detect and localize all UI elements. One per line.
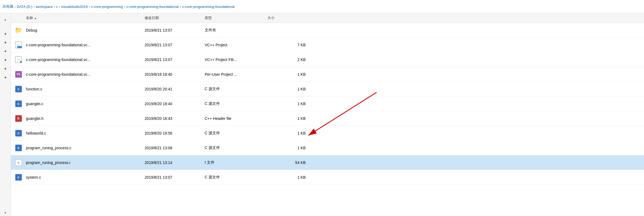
file-name: guanglei.h: [26, 116, 145, 121]
file-icon: 📄F: [15, 56, 22, 63]
scroll-up[interactable]: ▲: [3, 17, 8, 22]
breadcrumb-item-7[interactable]: c-core-programming-foundational: [182, 5, 234, 9]
table-row[interactable]: c guanglei.c 2019/8/20 18:40 C 源文件 1 KB: [11, 96, 644, 111]
file-icon: c: [15, 174, 22, 181]
col-header-type[interactable]: 类型: [205, 16, 267, 20]
file-date: 2019/8/21 13:07: [145, 175, 205, 180]
breadcrumb-item-1[interactable]: DATA (D:): [17, 5, 32, 9]
file-name: c-core-programming-foundational.vc...: [26, 43, 145, 47]
breadcrumb-item-6[interactable]: c-core-programming-foundational: [126, 5, 179, 9]
file-icon-cell: c: [11, 144, 26, 152]
scroll-pin-4[interactable]: ◆: [3, 57, 8, 62]
sep-3: ›: [59, 5, 60, 9]
file-list[interactable]: 📁 Debug 2019/8/21 13:07 文件夹 📄C++ c-core-…: [11, 23, 644, 185]
breadcrumb-item-2[interactable]: workspace: [36, 5, 53, 9]
file-type: C 源文件: [205, 175, 267, 180]
file-type: C 源文件: [205, 131, 267, 136]
vcxproj-icon: 📄C++: [15, 42, 22, 48]
sep-6: ›: [180, 5, 181, 9]
file-date: 2019/8/18 18:40: [145, 72, 205, 77]
file-date: 2019/8/21 13:07: [145, 43, 205, 47]
file-icon: VS: [15, 71, 22, 78]
file-date: 2019/8/21 13:07: [145, 28, 205, 32]
breadcrumb-item-3[interactable]: c: [56, 5, 58, 9]
scroll-pin-3[interactable]: ◆: [3, 48, 8, 54]
file-size: 54 KB: [267, 160, 311, 165]
file-size: 1 KB: [267, 146, 311, 150]
sln-icon: VS: [15, 71, 22, 78]
table-row[interactable]: 📁 Debug 2019/8/21 13:07 文件夹: [11, 23, 644, 38]
scroll-pin-6[interactable]: ◆: [3, 74, 8, 80]
file-size: 2 KB: [267, 57, 311, 62]
table-row[interactable]: 📄F c-core-programming-foundational.vc...…: [11, 52, 644, 67]
c-source-icon: c: [15, 145, 22, 151]
file-icon: c: [15, 129, 22, 137]
vcxproj-filters-icon: 📄F: [15, 56, 22, 63]
file-date: 2019/8/20 19:56: [145, 131, 205, 135]
file-icon: ≡: [15, 159, 22, 166]
scroll-down[interactable]: ▼: [3, 210, 8, 215]
column-headers: 名称 ▲ 修改日期 类型 大小: [11, 13, 644, 23]
file-icon-cell: c: [11, 100, 26, 108]
file-icon: 📁: [15, 26, 22, 34]
file-explorer: ▲ ◆ ◆ ◆ ◆ ◆ ◆ ▼ 名称 ▲ 修改日期 类型 大小 📁: [0, 13, 644, 216]
c-source-icon: c: [15, 174, 22, 181]
col-header-name[interactable]: 名称 ▲: [11, 16, 145, 20]
file-size: 1 KB: [267, 102, 311, 106]
table-row[interactable]: ≡ program_runing_process.i 2019/8/21 13:…: [11, 155, 644, 170]
file-name: program_runing_process.i: [26, 160, 145, 165]
c-source-icon: c: [15, 101, 22, 107]
main-content: 名称 ▲ 修改日期 类型 大小 📁 Debug 2019/8/21 13:07 …: [11, 13, 644, 185]
sort-arrow-icon: ▲: [34, 17, 37, 20]
breadcrumb-item-0[interactable]: 此电脑: [3, 4, 13, 9]
file-icon-cell: c: [11, 174, 26, 181]
file-icon-cell: 📄F: [11, 56, 26, 63]
file-date: 2019/8/21 13:14: [145, 160, 205, 165]
file-name: program_runing_process.c: [26, 146, 145, 150]
file-name: helloworld.c: [26, 131, 145, 135]
file-date: 2019/8/21 13:08: [145, 146, 205, 150]
file-type: C++ Header file: [205, 116, 267, 121]
file-size: 7 KB: [267, 43, 311, 47]
file-icon-cell: VS: [11, 71, 26, 78]
file-explorer-wrapper: 名称 ▲ 修改日期 类型 大小 📁 Debug 2019/8/21 13:07 …: [11, 13, 644, 216]
file-date: 2019/8/20 20:41: [145, 87, 205, 91]
i-file-icon: ≡: [15, 159, 22, 166]
h-header-icon: h: [15, 115, 22, 122]
table-row[interactable]: c program_runing_process.c 2019/8/21 13:…: [11, 141, 644, 155]
file-type: 文件夹: [205, 28, 267, 33]
file-date: 2019/8/20 18:40: [145, 102, 205, 106]
breadcrumb-item-4[interactable]: visualstuido2019: [61, 5, 88, 9]
scroll-pin-2[interactable]: ◆: [3, 39, 8, 45]
sep-4: ›: [89, 5, 90, 9]
table-row[interactable]: c function.c 2019/8/20 20:41 C 源文件 1 KB: [11, 82, 644, 96]
file-icon: h: [15, 115, 22, 122]
file-date: 2019/8/20 18:43: [145, 116, 205, 121]
scroll-pin-5[interactable]: ◆: [3, 66, 8, 71]
file-type: VC++ Project Filt...: [205, 57, 267, 62]
sep-5: ›: [124, 5, 125, 9]
file-icon-cell: h: [11, 115, 26, 122]
file-icon-cell: 📁: [11, 26, 26, 34]
table-row[interactable]: VS c-core-programming-foundational.vc...…: [11, 67, 644, 82]
col-header-date[interactable]: 修改日期: [145, 16, 205, 20]
file-icon: 📄C++: [15, 41, 22, 49]
left-panel: ▲ ◆ ◆ ◆ ◆ ◆ ◆ ▼: [0, 13, 11, 216]
folder-icon: 📁: [15, 27, 22, 34]
file-name: Debug: [26, 28, 145, 32]
scroll-pin-1[interactable]: ◆: [3, 31, 8, 36]
table-row[interactable]: c helloworld.c 2019/8/20 19:56 C 源文件 1 K…: [11, 126, 644, 141]
file-type: I 文件: [205, 160, 267, 165]
table-row[interactable]: c system.c 2019/8/21 13:07 C 源文件 1 KB: [11, 170, 644, 185]
breadcrumb-item-5[interactable]: c-core-programming: [91, 5, 123, 9]
file-name: system.c: [26, 175, 145, 180]
file-type: Per-User Project ...: [205, 72, 267, 77]
col-header-size[interactable]: 大小: [267, 16, 311, 20]
table-row[interactable]: h guanglei.h 2019/8/20 18:43 C++ Header …: [11, 111, 644, 126]
table-row[interactable]: 📄C++ c-core-programming-foundational.vc.…: [11, 38, 644, 52]
file-icon-cell: ≡: [11, 159, 26, 166]
file-size: 1 KB: [267, 175, 311, 180]
file-icon: c: [15, 144, 22, 152]
file-size: 1 KB: [267, 116, 311, 121]
file-type: C 源文件: [205, 101, 267, 106]
